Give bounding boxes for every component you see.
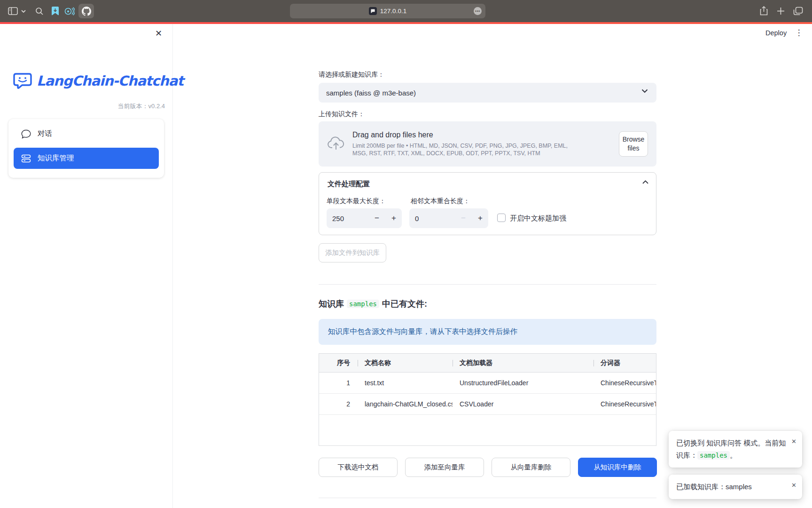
toast-mode-switched: 已切换到 知识库问答 模式。当前知识库：samples。 ✕ (669, 431, 802, 468)
logo: LangChain-Chatchat (13, 72, 183, 89)
kb-selectbox[interactable]: samples (faiss @ m3e-base) (319, 83, 656, 103)
cell-splitter: ChineseRecursiveT (593, 394, 656, 414)
file-actions: 下载选中文档 添加至向量库 从向量库删除 从知识库中删除 (319, 458, 656, 477)
delete-from-kb-button[interactable]: 从知识库中删除 (578, 458, 657, 477)
cell-docname: langchain-ChatGLM_closed.csv (358, 394, 453, 414)
toast-close-icon[interactable]: ✕ (791, 436, 796, 448)
sidebar-item-label: 知识库管理 (38, 153, 74, 163)
sidebar-menu: 对话 知识库管理 (8, 119, 164, 178)
version-label: 当前版本：v0.2.4 (118, 102, 165, 111)
overlap-size-input[interactable]: 0 − + (409, 208, 488, 228)
delete-from-vectorstore-button[interactable]: 从向量库删除 (492, 458, 570, 477)
table-row[interactable]: 2 langchain-ChatGLM_closed.csv CSVLoader… (319, 394, 656, 415)
cell-splitter: ChineseRecursiveT (593, 373, 656, 393)
add-files-button[interactable]: 添加文件到知识库 (319, 243, 386, 262)
overlap-minus-button[interactable]: − (456, 208, 470, 228)
zh-title-checkbox-label: 开启中文标题加强 (510, 214, 566, 223)
cell-index: 1 (319, 373, 358, 393)
chat-bubble-icon (21, 129, 31, 139)
sidebar-close-icon[interactable]: ✕ (155, 28, 162, 39)
kb-heading-suffix: 中已有文件: (382, 298, 427, 310)
dropzone-title: Drag and drop files here (352, 131, 619, 139)
file-dropzone[interactable]: Drag and drop files here Limit 200MB per… (319, 121, 656, 167)
toast-text-suffix: 。 (730, 451, 737, 459)
logo-chat-icon (13, 72, 32, 89)
toast-kb-loaded: 已加载知识库：samples ✕ (669, 475, 802, 499)
expander-header[interactable]: 文件处理配置 (319, 173, 656, 195)
table-row[interactable]: 1 test.txt UnstructuredFileLoader Chines… (319, 373, 656, 394)
search-icon[interactable] (34, 0, 45, 22)
kb-select-label: 请选择或新建知识库： (319, 71, 384, 79)
sidebar-item-label: 对话 (38, 129, 52, 139)
chunk-size-input[interactable]: 250 − + (327, 208, 402, 228)
kb-heading-prefix: 知识库 (319, 298, 344, 310)
url-bar[interactable]: 127.0.0.1 ••• (290, 4, 485, 18)
chunk-size-label: 单段文本最大长度： (327, 197, 386, 206)
upload-label: 上传知识文件： (319, 110, 365, 119)
overlap-size-value: 0 (415, 214, 419, 222)
url-more-icon[interactable]: ••• (474, 7, 482, 15)
browser-toolbar: 127.0.0.1 ••• (0, 0, 812, 22)
main-menu-kebab-icon[interactable]: ⋮ (793, 27, 804, 39)
toast-text: 已加载知识库：samples (676, 483, 752, 491)
sidebar: ✕ LangChain-Chatchat 当前版本：v0.2.4 对话 (0, 24, 173, 508)
chevron-up-icon (642, 180, 648, 184)
chevron-down-icon (641, 89, 648, 93)
cloud-upload-icon (327, 135, 345, 153)
kb-files-heading: 知识库 samples 中已有文件: (319, 298, 427, 310)
browse-files-button[interactable]: Browse files (619, 131, 648, 157)
col-header-docname[interactable]: 文档名称 (358, 354, 453, 372)
info-alert: 知识库中包含源文件与向量库，请从下表中选择文件后操作 (319, 319, 656, 345)
pinned-tab-bookmark-icon[interactable] (49, 0, 61, 22)
col-header-splitter[interactable]: 分词器 (593, 354, 656, 372)
dropzone-limit: Limit 200MB per file • HTML, MD, JSON, C… (352, 142, 580, 157)
page: Deploy ⋮ ✕ LangChain-Chatchat 当前版本：v0.2.… (0, 24, 812, 508)
files-table: 序号 文档名称 文档加载器 分词器 1 test.txt Unstructure… (319, 353, 656, 446)
site-favicon (369, 7, 377, 15)
chunk-size-value: 250 (332, 214, 344, 222)
logo-text: LangChain-Chatchat (37, 73, 183, 89)
cell-loader: UnstructuredFileLoader (453, 373, 593, 393)
chevron-down-icon[interactable] (20, 0, 27, 22)
deploy-button[interactable]: Deploy (765, 29, 787, 37)
zh-title-checkbox[interactable] (497, 214, 506, 222)
app-window: 127.0.0.1 ••• Deploy ⋮ ✕ LangChain-Chatc… (0, 0, 812, 508)
overlap-plus-button[interactable]: + (473, 208, 487, 228)
download-selected-button[interactable]: 下载选中文档 (319, 458, 398, 477)
sidebar-item-knowledge-base[interactable]: 知识库管理 (14, 148, 159, 169)
cell-loader: CSVLoader (453, 394, 593, 414)
share-icon[interactable] (757, 0, 770, 22)
new-tab-icon[interactable] (774, 0, 787, 22)
github-icon (82, 7, 91, 16)
kb-name-code: samples (347, 300, 379, 308)
add-to-vectorstore-button[interactable]: 添加至向量库 (405, 458, 484, 477)
sidebar-toggle-icon[interactable] (7, 0, 19, 22)
expander-title: 文件处理配置 (328, 180, 370, 189)
chunk-minus-button[interactable]: − (370, 208, 384, 228)
col-header-loader[interactable]: 文档加载器 (453, 354, 593, 372)
cell-docname: test.txt (358, 373, 453, 393)
divider (319, 284, 656, 285)
file-config-expander: 文件处理配置 单段文本最大长度： 相邻文本重合长度： 250 − + 0 − +… (319, 172, 656, 235)
kb-selected-value: samples (faiss @ m3e-base) (326, 89, 416, 97)
col-header-index[interactable]: 序号 (319, 354, 358, 372)
table-header-row: 序号 文档名称 文档加载器 分词器 (319, 354, 656, 373)
database-icon (21, 154, 31, 163)
toast-close-icon[interactable]: ✕ (791, 479, 796, 492)
info-text: 知识库中包含源文件与向量库，请从下表中选择文件后操作 (328, 327, 517, 337)
active-tab-github[interactable] (78, 4, 94, 18)
pinned-tab-circles-icon[interactable] (63, 0, 76, 22)
dropzone-text: Drag and drop files here Limit 200MB per… (352, 131, 619, 157)
toast-kb-code: samples (697, 451, 730, 460)
cell-index: 2 (319, 394, 358, 414)
overlap-size-label: 相邻文本重合长度： (411, 197, 470, 206)
tab-overview-icon[interactable] (791, 0, 805, 22)
url-text: 127.0.0.1 (380, 8, 406, 15)
divider (319, 498, 656, 498)
chunk-plus-button[interactable]: + (387, 208, 401, 228)
sidebar-item-chat[interactable]: 对话 (14, 123, 159, 144)
